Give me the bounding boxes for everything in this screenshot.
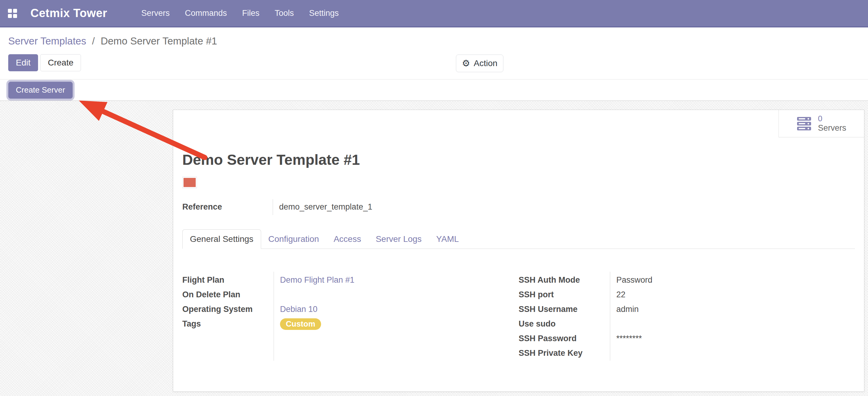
record-title: Demo Server Template #1 (182, 151, 855, 169)
ssh-auth-mode-value: Password (616, 275, 653, 285)
create-button[interactable]: Create (40, 54, 81, 71)
breadcrumb: Server Templates / Demo Server Template … (8, 35, 868, 47)
top-navbar: Cetmix Tower Servers Commands Files Tool… (0, 0, 868, 27)
control-panel: Server Templates / Demo Server Template … (0, 27, 868, 79)
ssh-password-label: SSH Password (519, 334, 577, 343)
field-group-right: SSH Auth Mode SSH port SSH Username Use … (519, 272, 855, 361)
field-group-left: Flight Plan On Delete Plan Operating Sys… (182, 272, 519, 361)
ssh-username-value: admin (616, 305, 639, 314)
tab-configuration[interactable]: Configuration (261, 230, 327, 249)
ssh-password-value: ******** (616, 334, 642, 343)
breadcrumb-separator: / (92, 35, 95, 47)
servers-stat-text: 0 Servers (818, 114, 846, 133)
flight-plan-label: Flight Plan (182, 275, 224, 285)
ssh-port-label: SSH port (519, 290, 554, 300)
brand-title[interactable]: Cetmix Tower (30, 7, 107, 20)
servers-stat-button[interactable]: 0 Servers (778, 110, 864, 137)
record-sheet: 0 Servers Demo Server Template #1 Refere… (173, 110, 864, 392)
action-button-label: Action (474, 59, 498, 67)
apps-grid-icon (8, 9, 17, 18)
servers-label: Servers (818, 123, 846, 133)
main-menu: Servers Commands Files Tools Settings (141, 7, 339, 20)
menu-item-servers[interactable]: Servers (141, 7, 170, 20)
flight-plan-value-link[interactable]: Demo Flight Plan #1 (280, 275, 354, 285)
right-values-column: Password 22 admin ******** (610, 272, 855, 361)
edit-button[interactable]: Edit (8, 54, 38, 71)
left-values-column: Demo Flight Plan #1 Debian 10 Custom (274, 272, 519, 361)
menu-item-commands[interactable]: Commands (184, 7, 227, 20)
menu-item-settings[interactable]: Settings (308, 7, 339, 20)
tags-label: Tags (182, 319, 201, 329)
breadcrumb-parent-link[interactable]: Server Templates (8, 35, 86, 47)
ssh-port-value: 22 (616, 290, 625, 300)
ssh-private-key-label: SSH Private Key (519, 348, 583, 358)
app-window: Cetmix Tower Servers Commands Files Tool… (0, 0, 868, 396)
operating-system-value-link[interactable]: Debian 10 (280, 305, 317, 314)
servers-count: 0 (818, 114, 846, 123)
sheet-body: Demo Server Template #1 Reference demo_s… (173, 151, 864, 361)
menu-item-files[interactable]: Files (241, 7, 260, 20)
reference-label: Reference (182, 199, 273, 215)
form-statusbar: Create Server (0, 79, 868, 101)
create-server-button[interactable]: Create Server (8, 82, 73, 99)
ssh-username-label: SSH Username (519, 305, 578, 314)
right-labels-column: SSH Auth Mode SSH port SSH Username Use … (519, 272, 610, 361)
left-labels-column: Flight Plan On Delete Plan Operating Sys… (182, 272, 274, 361)
notebook-tabs: General Settings Configuration Access Se… (182, 229, 855, 249)
color-swatch[interactable] (182, 177, 197, 188)
use-sudo-label: Use sudo (519, 319, 556, 329)
tag-badge-custom: Custom (280, 318, 321, 330)
record-buttons: Edit Create (8, 54, 868, 71)
servers-icon (797, 116, 812, 131)
gear-icon: ⚙ (462, 59, 470, 68)
tab-general-settings[interactable]: General Settings (182, 229, 261, 249)
reference-row: Reference demo_server_template_1 (182, 199, 855, 215)
tab-yaml[interactable]: YAML (429, 230, 466, 249)
on-delete-plan-label: On Delete Plan (182, 290, 241, 300)
general-settings-fields: Flight Plan On Delete Plan Operating Sys… (182, 272, 855, 361)
action-button[interactable]: ⚙ Action (456, 55, 503, 72)
tab-access[interactable]: Access (326, 230, 368, 249)
form-view-background: 0 Servers Demo Server Template #1 Refere… (0, 101, 868, 396)
tab-server-logs[interactable]: Server Logs (368, 230, 429, 249)
reference-value: demo_server_template_1 (273, 199, 372, 215)
ssh-auth-mode-label: SSH Auth Mode (519, 275, 580, 285)
color-swatch-fill (184, 178, 196, 187)
operating-system-label: Operating System (182, 305, 253, 314)
menu-item-tools[interactable]: Tools (274, 7, 294, 20)
apps-menu-icon[interactable] (5, 6, 20, 21)
breadcrumb-current: Demo Server Template #1 (101, 35, 217, 47)
